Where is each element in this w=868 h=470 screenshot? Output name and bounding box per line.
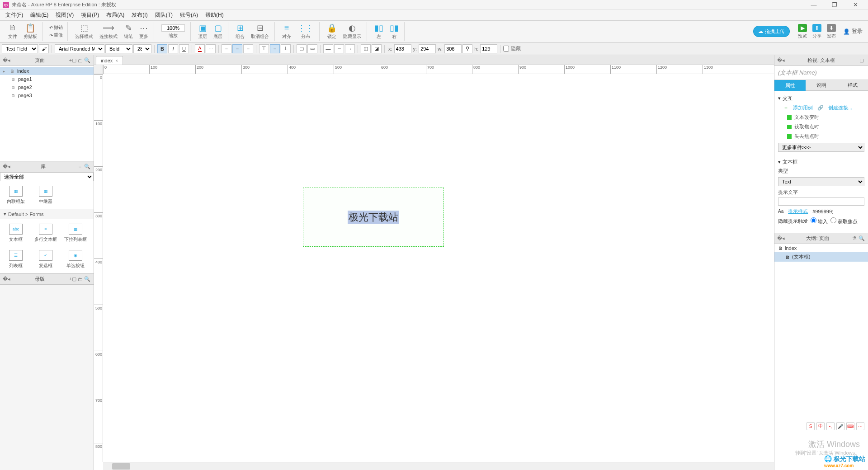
redo-button[interactable]: ↷ 重做 xyxy=(47,32,65,39)
align-left-button[interactable]: ≡ xyxy=(222,44,231,53)
cloud-upload-button[interactable]: ☁拖拽上传 xyxy=(753,26,790,37)
ime-button[interactable]: ⋯ xyxy=(856,422,864,430)
collapse-icon[interactable]: �◂ xyxy=(3,57,10,64)
shadow-out-button[interactable]: ◫ xyxy=(361,44,371,53)
lock-aspect-button[interactable]: ⚲ xyxy=(462,44,472,53)
lib-menu-button[interactable]: ≡ xyxy=(76,163,84,170)
library-select[interactable]: 选择全部 xyxy=(0,172,94,181)
menu-item[interactable]: 布局(A) xyxy=(103,10,128,20)
collapse-icon[interactable]: �◂ xyxy=(777,57,784,64)
align-right-button[interactable]: ≡ xyxy=(243,44,253,53)
zoom-control[interactable]: 缩放 xyxy=(159,24,188,40)
tab-style[interactable]: 样式 xyxy=(837,80,868,91)
italic-button[interactable]: I xyxy=(168,44,178,53)
publish-button[interactable]: ⬇发布 xyxy=(825,23,838,40)
filter-icon[interactable]: ⚗ xyxy=(851,235,858,242)
page-tree-item[interactable]: 🗎page1 xyxy=(0,75,94,83)
menu-item[interactable]: 账号(A) xyxy=(176,10,202,20)
undo-button[interactable]: ↶ 撤销 xyxy=(47,24,65,31)
group-button[interactable]: ⊞组合 xyxy=(233,23,247,41)
y-input[interactable] xyxy=(419,44,436,53)
login-button[interactable]: 👤登录 xyxy=(840,26,865,37)
style-paint-button[interactable]: 🖌 xyxy=(39,44,49,53)
trigger-input-radio[interactable]: 输入 xyxy=(811,217,828,225)
pen-button[interactable]: ✎钢笔 xyxy=(121,23,136,41)
underline-button[interactable]: U xyxy=(179,44,189,53)
library-item[interactable]: abc文本框 xyxy=(3,222,29,244)
send-back-button[interactable]: ▢底层 xyxy=(211,23,225,41)
close-tab-icon[interactable]: × xyxy=(115,58,118,63)
new-window-icon[interactable]: ▢ xyxy=(858,57,865,64)
add-case-link[interactable]: 添加用例 xyxy=(793,104,813,111)
connect-mode-button[interactable]: ⟶连接模式 xyxy=(97,23,120,41)
minimize-button[interactable]: — xyxy=(807,1,820,9)
valign-mid-button[interactable]: ≡ xyxy=(270,44,280,53)
valign-bot-button[interactable]: ⊥ xyxy=(281,44,291,53)
lib-section-forms[interactable]: ▾Default > Forms xyxy=(0,209,94,219)
widget-name-input[interactable]: (文本框 Name) xyxy=(774,66,868,80)
maximize-button[interactable]: ❐ xyxy=(828,1,841,9)
w-input[interactable] xyxy=(444,44,462,53)
library-item[interactable]: ≡多行文本框 xyxy=(33,222,59,244)
collapse-icon[interactable]: �◂ xyxy=(777,235,784,242)
align-button[interactable]: ≡对齐 xyxy=(279,23,294,41)
more-events-select[interactable]: 更多事件>>> xyxy=(778,143,864,152)
outline-search-button[interactable]: 🔍 xyxy=(858,235,865,242)
menu-item[interactable]: 视图(V) xyxy=(52,10,77,20)
add-page-button[interactable]: +▢ xyxy=(69,57,76,64)
fill-button[interactable]: ▢ xyxy=(297,44,307,53)
select-mode-button[interactable]: ⬚选择模式 xyxy=(72,23,96,41)
line-color-button[interactable]: ▭ xyxy=(307,44,317,53)
right-button[interactable]: ▯▮右 xyxy=(387,23,401,41)
ime-button[interactable]: ⌨ xyxy=(846,422,854,430)
bold-button[interactable]: B xyxy=(157,44,167,53)
bring-front-button[interactable]: ▣顶层 xyxy=(195,23,210,41)
library-item[interactable]: ▦中继器 xyxy=(33,184,59,207)
menu-item[interactable]: 帮助(H) xyxy=(202,10,227,20)
add-folder-button[interactable]: 🗀 xyxy=(76,57,84,64)
create-link-link[interactable]: 创建连接... xyxy=(828,104,852,111)
h-scrollbar[interactable] xyxy=(103,462,774,470)
menu-item[interactable]: 项目(P) xyxy=(77,10,103,20)
arrow-button[interactable]: → xyxy=(345,44,355,53)
size-select[interactable]: 28 xyxy=(133,44,151,53)
font-color-button[interactable]: A xyxy=(195,44,205,53)
outline-item[interactable]: 🗎index xyxy=(774,244,868,252)
interaction-event[interactable]: 失去焦点时 xyxy=(778,132,864,141)
style-select[interactable]: Text Field xyxy=(2,44,38,53)
font-select[interactable]: Arial Rounded MT xyxy=(55,44,104,53)
tab-notes[interactable]: 说明 xyxy=(806,80,837,91)
hint-text-input[interactable] xyxy=(778,197,864,206)
x-input[interactable] xyxy=(394,44,411,53)
ungroup-button[interactable]: ⊟取消组合 xyxy=(248,23,272,41)
hint-style-link[interactable]: 提示样式 xyxy=(788,208,808,215)
add-master-folder-button[interactable]: 🗀 xyxy=(76,276,84,283)
type-select[interactable]: Text xyxy=(778,177,864,186)
collapse-icon[interactable]: �◂ xyxy=(3,276,10,283)
search-pages-button[interactable]: 🔍 xyxy=(84,57,91,64)
line-width-button[interactable]: — xyxy=(323,44,333,53)
menu-item[interactable]: 团队(T) xyxy=(151,10,176,20)
line-style-button[interactable]: ┈ xyxy=(334,44,344,53)
library-item[interactable]: ✓复选框 xyxy=(33,248,59,271)
left-button[interactable]: ▮▯左 xyxy=(372,23,386,41)
textfield-section[interactable]: ▾ 文本框 xyxy=(778,157,864,167)
library-item[interactable]: ◉单选按钮 xyxy=(62,248,89,271)
h-input[interactable] xyxy=(480,44,497,53)
valign-top-button[interactable]: ⊤ xyxy=(259,44,269,53)
distribute-button[interactable]: ⋮⋮分布 xyxy=(295,23,316,41)
canvas-tab-index[interactable]: index× xyxy=(96,56,123,65)
outline-item[interactable]: 🗎(文本框) xyxy=(774,252,868,262)
ime-button[interactable]: •, xyxy=(826,422,835,430)
page-tree-item[interactable]: 🗎page3 xyxy=(0,91,94,99)
trigger-focus-radio[interactable]: 获取焦点 xyxy=(830,217,858,225)
library-item[interactable]: ☰列表框 xyxy=(3,248,29,271)
more-text-button[interactable]: ⋯ xyxy=(206,44,216,53)
close-button[interactable]: ✕ xyxy=(849,1,862,9)
page-tree-item[interactable]: 🗎page2 xyxy=(0,83,94,91)
page-tree-item[interactable]: ▸🗎index xyxy=(0,67,94,75)
preview-button[interactable]: ▶预览 xyxy=(796,23,809,40)
add-master-button[interactable]: +▢ xyxy=(69,276,76,283)
collapse-icon[interactable]: �◂ xyxy=(3,163,10,170)
tab-properties[interactable]: 属性 xyxy=(774,80,806,91)
